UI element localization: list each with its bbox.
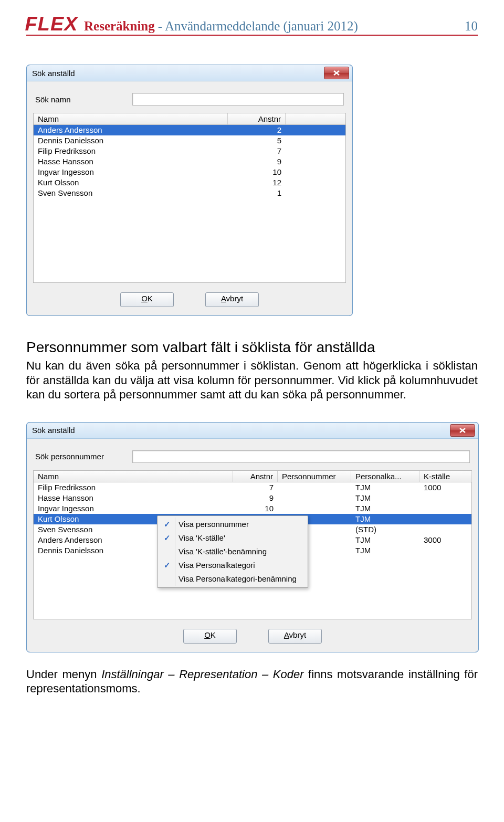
col-anstnr[interactable]: Anstnr [233, 471, 278, 482]
footer-note: Under menyn Inställningar – Representati… [26, 667, 478, 696]
table-row[interactable]: Filip Fredriksson7TJM1000 [34, 482, 471, 493]
search-input[interactable] [132, 93, 344, 106]
col-personalkategori[interactable]: Personalka... [351, 471, 419, 482]
section-heading: Personnummer som valbart fält i söklista… [26, 338, 478, 356]
search-label: Sök personnummer [35, 452, 132, 461]
context-menu-label: Visa Personalkategori-benämning [175, 572, 306, 586]
context-menu-label: Visa 'K-ställe' [175, 531, 306, 545]
context-menu-item[interactable]: ✓Visa personnummer [159, 518, 306, 531]
titlebar: Sök anställd [27, 65, 352, 81]
cancel-button[interactable]: Avbryt [268, 629, 322, 644]
dialog-title: Sök anställd [32, 69, 75, 78]
table-row[interactable]: Ingvar Ingesson10 [34, 167, 345, 177]
col-name[interactable]: Namn [34, 113, 228, 124]
search-employee-dialog-2: Sök anställd Sök personnummer Namn Anstn… [26, 422, 479, 652]
titlebar: Sök anställd [27, 423, 478, 439]
table-row[interactable]: Hasse Hansson9TJM [34, 493, 471, 503]
context-menu-label: Visa personnummer [175, 518, 306, 531]
table-row[interactable]: Hasse Hansson9 [34, 156, 345, 167]
context-menu-item[interactable]: ✓Visa 'K-ställe' [159, 531, 306, 545]
table-row[interactable]: Kurt Olsson12 [34, 177, 345, 188]
table-row[interactable]: Dennis Danielsson5 [34, 135, 345, 146]
check-icon: ✓ [159, 561, 175, 570]
context-menu-item[interactable]: Visa Personalkategori-benämning [159, 572, 306, 586]
document-header: FLEX Reseräkning - Användarmeddelande (j… [26, 15, 478, 36]
col-rest [286, 113, 345, 124]
list-header[interactable]: Namn Anstnr [34, 113, 345, 125]
table-row[interactable]: Sven Svensson1 [34, 188, 345, 198]
dialog-title: Sök anställd [32, 426, 75, 435]
cancel-button[interactable]: Avbryt [205, 292, 259, 307]
close-icon [333, 70, 340, 76]
table-row[interactable]: Filip Fredriksson7 [34, 146, 345, 156]
context-menu-item[interactable]: ✓Visa Personalkategori [159, 558, 306, 572]
table-row[interactable]: Ingvar Ingesson10TJM [34, 503, 471, 514]
context-menu-label: Visa 'K-ställe'-benämning [175, 545, 306, 558]
page-number: 10 [465, 19, 478, 34]
flex-logo: FLEX [25, 15, 78, 34]
section-body: Nu kan du även söka på personnummer i sö… [26, 359, 478, 402]
ok-button[interactable]: OK [120, 292, 174, 307]
footer-em: Inställningar – Representation – Koder [101, 668, 303, 681]
table-row[interactable]: Anders Andersson2 [34, 125, 345, 135]
list-header[interactable]: Namn Anstnr Personnummer Personalka... K… [34, 471, 471, 482]
search-input[interactable] [132, 450, 470, 463]
employee-list[interactable]: Namn Anstnr Personnummer Personalka... K… [33, 470, 472, 619]
close-icon [459, 427, 466, 434]
doc-title: Reseräkning [84, 19, 155, 34]
context-menu[interactable]: ✓Visa personnummer✓Visa 'K-ställe'Visa '… [157, 515, 308, 588]
footer-pre: Under menyn [26, 668, 101, 681]
context-menu-item[interactable]: Visa 'K-ställe'-benämning [159, 545, 306, 558]
close-button[interactable] [324, 67, 349, 79]
col-anstnr[interactable]: Anstnr [228, 113, 286, 124]
section-heading-block: Personnummer som valbart fält i söklista… [26, 338, 478, 356]
search-label: Sök namn [35, 95, 132, 104]
col-rest [472, 471, 480, 482]
check-icon: ✓ [159, 533, 175, 543]
doc-subtitle: - Användarmeddelande (januari 2012) [158, 19, 358, 34]
context-menu-label: Visa Personalkategori [175, 558, 306, 572]
employee-list[interactable]: Namn Anstnr Anders Andersson2Dennis Dani… [33, 113, 346, 283]
col-name[interactable]: Namn [34, 471, 233, 482]
check-icon: ✓ [159, 520, 175, 529]
col-kstalle[interactable]: K-ställe [419, 471, 472, 482]
ok-button[interactable]: OK [183, 629, 237, 644]
search-employee-dialog-1: Sök anställd Sök namn Namn Anstnr Anders… [26, 65, 353, 316]
col-personnummer[interactable]: Personnummer [278, 471, 351, 482]
close-button[interactable] [450, 424, 475, 437]
